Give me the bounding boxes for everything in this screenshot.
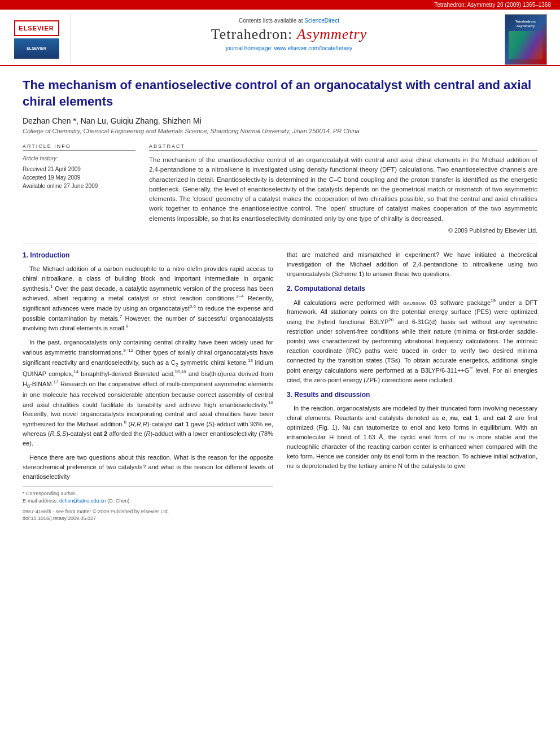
section1-para3: Hence there are two questions about this… [23,453,273,482]
sciencedirect-link[interactable]: ScienceDirect [304,18,339,24]
header-center: Contents lists available at ScienceDirec… [78,14,500,65]
journal-title-italic: Asymmetry [297,26,368,42]
section1-para2: In the past, organocatalysts only contai… [23,338,273,448]
journal-info-text: Tetrahedron: Asymmetry 20 (2009) 1365–13… [434,2,551,8]
article-history-label: Article history: [23,155,135,161]
abstract-header: ABSTRACT [149,143,537,151]
email-link[interactable]: dchen@sdnu.edu.cn [59,498,106,504]
section3-para: In the reaction, organocatalysts are mod… [287,404,537,471]
body-two-col: 1. Introduction The Michael addition of … [23,250,537,522]
elsevier-logo-text: ELSEVIER [19,25,54,32]
section1-para1: The Michael addition of a carbon nucleop… [23,264,273,334]
footnote-corresponding: * Corresponding author. [23,490,273,497]
section-divider [23,243,537,243]
body-left-col: 1. Introduction The Michael addition of … [23,250,273,522]
article-info-col: ARTICLE INFO Article history: Received 2… [23,143,135,234]
authors-text: Dezhan Chen *, Nan Lu, Guiqiu Zhang, Shi… [23,116,202,125]
page: Tetrahedron: Asymmetry 20 (2009) 1365–13… [0,0,560,747]
article-content: The mechanism of enantioselective contro… [0,66,560,534]
journal-cover-image: Tetrahedron:Asymmetry [505,14,547,65]
section3-title: 3. Results and discussion [287,390,537,400]
journal-homepage: journal homepage: www.elsevier.com/locat… [226,45,352,51]
abstract-col: ABSTRACT The mechanism of the enantiosel… [149,143,537,234]
journal-info-bar: Tetrahedron: Asymmetry 20 (2009) 1365–13… [0,0,560,10]
cover-title: Tetrahedron:Asymmetry [515,20,536,29]
journal-header: ELSEVIER ELSEVIER Contents lists availab… [0,10,560,66]
footnotes: * Corresponding author. E-mail address: … [23,486,273,522]
section1-right-para1: that are matched and mismatched in exper… [287,250,537,279]
accepted-date: Accepted 19 May 2009 [23,173,135,182]
section2-para: All calculations were performed with gau… [287,298,537,385]
authors: Dezhan Chen *, Nan Lu, Guiqiu Zhang, Shi… [23,116,537,125]
journal-title: Tetrahedron: Asymmetry [211,26,367,43]
header-right: Tetrahedron:Asymmetry [500,14,551,65]
journal-title-plain: Tetrahedron: [211,26,297,42]
affiliation: College of Chemistry, Chemical Engineeri… [23,128,537,134]
elsevier-label: ELSEVIER [27,46,46,51]
article-title: The mechanism of enantioselective contro… [23,77,537,110]
elsevier-branding: ELSEVIER ELSEVIER [9,14,71,65]
section1-title: 1. Introduction [23,250,273,261]
copyright-line: © 2009 Published by Elsevier Ltd. [149,227,537,234]
footnote-email: E-mail address: dchen@sdnu.edu.cn (D. Ch… [23,497,273,505]
contents-line: Contents lists available at ScienceDirec… [239,18,339,24]
footnote-issn: 0957-4166/$ - see front matter © 2009 Pu… [23,508,273,516]
footnote-doi: doi:10.1016/j.tetasy.2009.05.027 [23,515,273,522]
article-info-header: ARTICLE INFO [23,143,135,151]
section2-title: 2. Computational details [287,283,537,294]
available-date: Available online 27 June 2009 [23,182,135,190]
article-info-abstract: ARTICLE INFO Article history: Received 2… [23,143,537,234]
received-date: Received 21 April 2009 [23,165,135,173]
body-right-col: that are matched and mismatched in exper… [287,250,537,522]
abstract-text: The mechanism of the enantioselective co… [149,155,537,224]
